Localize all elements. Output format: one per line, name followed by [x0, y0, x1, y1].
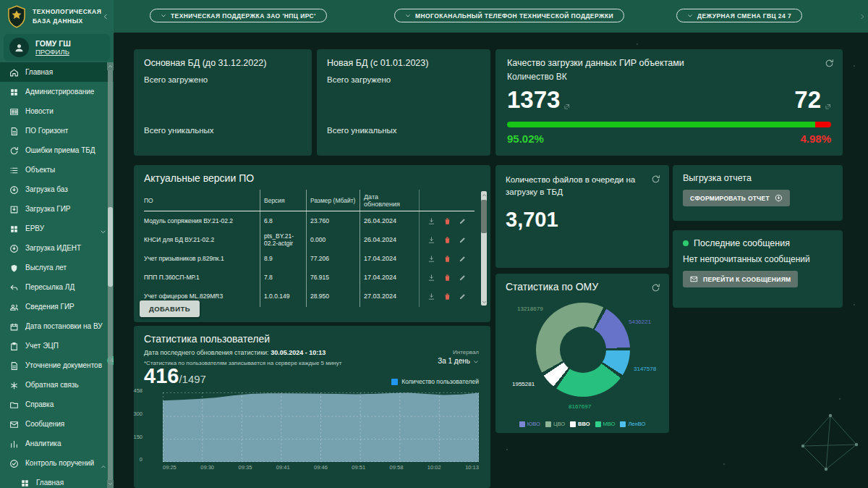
download-icon[interactable]: [427, 293, 435, 300]
legend-item[interactable]: ЮВО: [519, 421, 540, 427]
delete-icon[interactable]: [443, 274, 451, 282]
duty-shift-dropdown[interactable]: ДЕЖУРНАЯ СМЕНА ГВЦ 24 7: [676, 9, 802, 22]
sidebar-item-forward-ld[interactable]: Пересылка ЛД: [0, 277, 114, 297]
edit-icon[interactable]: [459, 293, 467, 300]
sidebar-item-feedback[interactable]: Обратная связь: [0, 375, 114, 395]
legend-label: ЦВО: [553, 421, 565, 427]
delete-icon[interactable]: [443, 217, 451, 225]
app-title-line2: БАЗА ДАННЫХ: [33, 17, 101, 26]
sidebar-item-gir-info[interactable]: Сведения ГИР: [0, 297, 114, 316]
external-link-icon[interactable]: [563, 90, 570, 96]
users-area-chart[interactable]: [163, 392, 479, 462]
support-dropdown[interactable]: ТЕХНИЧЕСКАЯ ПОДДЕРЖКА ЗАО 'НПЦ ИРС': [150, 9, 327, 22]
progress-fail-segment: [815, 122, 831, 127]
delete-icon[interactable]: [443, 293, 451, 300]
col-header-po: ПО: [144, 197, 260, 204]
cell-version: 8.9: [260, 249, 306, 268]
download-icon[interactable]: [427, 217, 435, 225]
sidebar-item-label: Обратная связь: [25, 381, 79, 389]
legend-label: ЮВО: [527, 421, 540, 427]
scroll-down-icon[interactable]: [481, 298, 487, 306]
sidebar-item-news[interactable]: Новости: [0, 101, 114, 121]
queue-card: Количество файлов в очереди на загрузку …: [495, 165, 669, 268]
cell-date: 27.03.2024: [359, 306, 419, 307]
add-button[interactable]: ДОБАВИТЬ: [140, 300, 200, 317]
sidebar-item-ervu[interactable]: ЕРВУ: [0, 219, 114, 238]
constellation-decoration: [797, 410, 862, 475]
sidebar-item-document-clarification[interactable]: Уточнение документов41: [0, 356, 114, 375]
chevron-right-icon[interactable]: [859, 12, 866, 22]
sidebar-item-help[interactable]: Справка: [0, 395, 114, 414]
legend-item[interactable]: МВО: [595, 421, 616, 427]
document-icon: [9, 361, 19, 370]
legend-item[interactable]: ЛенВО: [620, 421, 645, 427]
refresh-icon[interactable]: [651, 282, 660, 292]
generate-report-button[interactable]: СФОРМИРОВАТЬ ОТЧЕТ: [683, 190, 790, 206]
go-to-messages-button[interactable]: ПЕРЕЙТИ К СООБЩЕНИЯМ: [683, 271, 798, 287]
profile-card[interactable]: ГОМУ ГШ ПРОФИЛЬ: [4, 34, 110, 61]
interval-select[interactable]: За 1 день: [438, 357, 479, 365]
asterisk-icon: [9, 380, 19, 390]
table-row[interactable]: ППП П.360СП-МР.1 7.8 76.915 17.04.2024: [144, 268, 475, 287]
scroll-up-icon[interactable]: [107, 62, 114, 70]
omu-donut-chart[interactable]: [536, 303, 630, 397]
donut-value-label: 5436221: [629, 319, 651, 325]
legend-label: ЛенВО: [628, 421, 645, 427]
x-tick: 10:13: [465, 464, 479, 471]
sidebar-item-label: Сообщения: [25, 420, 64, 428]
refresh-icon[interactable]: [651, 174, 660, 183]
sidebar-collapse-icon[interactable]: [102, 10, 109, 17]
sidebar-item-load-bases[interactable]: Загрузка баз: [0, 180, 114, 199]
delete-icon[interactable]: [443, 236, 451, 244]
person-icon: [14, 42, 25, 53]
messages-status: Нет непрочитанных сообщений: [683, 254, 833, 264]
table-row[interactable]: Учет призывников р.829пк.1 8.9 77.206 17…: [144, 249, 475, 268]
sidebar-item-administration[interactable]: Администрирование: [0, 82, 114, 101]
x-tick: 09:41: [276, 464, 290, 471]
edit-icon[interactable]: [459, 255, 467, 263]
edit-icon[interactable]: [459, 236, 467, 244]
sidebar-item-errors-tbd[interactable]: Ошибки приема ТБД: [0, 140, 114, 160]
sidebar-item-label: Загрузка ИДЕНТ: [25, 244, 81, 252]
download-icon[interactable]: [427, 274, 435, 282]
legend-item[interactable]: ВВО: [570, 421, 590, 427]
scroll-down-icon[interactable]: [107, 480, 114, 488]
edit-icon[interactable]: [459, 274, 467, 282]
sidebar-item-registration-date[interactable]: Дата постановки на ВУ: [0, 316, 114, 336]
legend-swatch: [391, 379, 398, 385]
sidebar-item-po-horizont[interactable]: ПО Горизонт: [0, 121, 114, 140]
sidebar-scrollbar[interactable]: [108, 62, 113, 488]
edit-icon[interactable]: [459, 217, 467, 225]
chevron-down-icon: [473, 358, 479, 364]
legend-item[interactable]: ЦВО: [545, 421, 565, 427]
x-tick: 09:46: [314, 464, 328, 471]
new-db-card: Новая БД (с 01.01.2023) Всего загружено …: [317, 49, 490, 156]
sidebar-subitem-main[interactable]: Главная: [0, 473, 114, 488]
table-row[interactable]: Модуль сопряжения ВУ.21-02.2 6.8 23.760 …: [144, 211, 475, 230]
y-tick: 0: [140, 456, 142, 463]
sidebar-item-analytics[interactable]: Аналитика: [0, 434, 114, 453]
sidebar-item-main[interactable]: Главная: [0, 62, 114, 82]
sidebar-item-load-ident[interactable]: Загрузка ИДЕНТ: [0, 238, 114, 258]
y-tick: 458: [133, 387, 142, 394]
scroll-up-icon[interactable]: [481, 191, 487, 198]
card-title: Статистика по ОМУ: [506, 281, 659, 293]
table-scrollbar[interactable]: [481, 191, 487, 306]
mail-icon: [690, 275, 698, 283]
download-icon[interactable]: [427, 255, 435, 263]
sidebar-item-ecp[interactable]: Учет ЭЦП: [0, 336, 114, 356]
sidebar-item-load-gir[interactable]: Загрузка ГИР: [0, 199, 114, 219]
download-icon[interactable]: [427, 236, 435, 244]
delete-icon[interactable]: [443, 255, 451, 263]
sidebar-item-task-control[interactable]: Контроль поручений: [0, 453, 114, 473]
phone-dropdown[interactable]: МНОГОКАНАЛЬНЫЙ ТЕЛЕФОН ТЕХНИЧЕСКОЙ ПОДДЕ…: [394, 9, 624, 22]
chevron-down-icon: [100, 225, 106, 232]
refresh-icon[interactable]: [825, 58, 834, 67]
sidebar-item-messages[interactable]: Сообщения: [0, 414, 114, 434]
sidebar-item-service-years[interactable]: Выслуга лет: [0, 258, 114, 277]
sidebar-item-label: Контроль поручений: [25, 459, 94, 467]
external-link-icon[interactable]: [825, 90, 831, 96]
sidebar-item-objects[interactable]: Объекты: [0, 160, 114, 180]
table-row[interactable]: КНСИ для БД ВУ.21-02.2 pts_BY.21-02.2-ac…: [144, 230, 475, 249]
profile-link[interactable]: ПРОФИЛЬ: [35, 48, 71, 56]
